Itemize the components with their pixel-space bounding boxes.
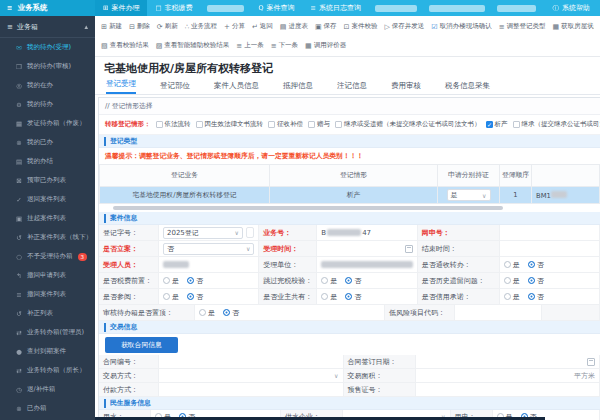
presale-no-value[interactable] [416, 383, 600, 397]
back-button[interactable]: ↵返回 [252, 22, 273, 31]
radio-yes[interactable]: 是 [321, 292, 337, 302]
collapse-icon[interactable]: ▴ [84, 23, 88, 31]
refresh-button[interactable]: ⟳刷新 [157, 22, 178, 31]
reg-no-select[interactable]: 2025登记∨ [163, 227, 243, 239]
sidebar-item-withdraw-cases-list[interactable]: ≡撤回案件列表 [0, 285, 95, 304]
sidebar-item-my-closed[interactable]: ▤我的办结 [0, 152, 95, 171]
sidebar-item-my-inprogress[interactable]: ◎我的在办 [0, 76, 95, 95]
split-button[interactable]: +分算 [224, 22, 245, 31]
sidebar-item-my-todo-review[interactable]: ❐我的待办(审核) [0, 57, 95, 76]
filed-select[interactable]: 否∨ [163, 243, 254, 255]
biz-no-label: 业务号： [259, 225, 317, 241]
radio-no[interactable]: 否 [528, 260, 544, 270]
redacted-nav-item[interactable] [375, 5, 417, 12]
checkbox-court-document[interactable]: 因生效法律文书流转 [196, 120, 264, 129]
sidebar-item-seizure-expiry-cases[interactable]: ●查封到期案件 [0, 342, 95, 361]
checkbox-legal-transfer[interactable]: 依法流转 [156, 120, 191, 129]
sidebar-item-my-todo[interactable]: ⊖我的待办 [0, 95, 95, 114]
tab-mortgage-info[interactable]: 抵押信息 [283, 81, 313, 94]
radio-yes[interactable]: 是 [504, 260, 520, 270]
tab-note-info[interactable]: 注记信息 [337, 81, 367, 94]
evaluator-button[interactable]: ▦调用评价器 [305, 41, 346, 50]
sidebar-item-correction-list[interactable]: ↺补正列表 [0, 304, 95, 323]
fetch-contract-button[interactable]: 获取合同信息 [105, 337, 178, 353]
sidebar-item-preaudit-done-list[interactable]: ⊠预审已办列表 [0, 171, 95, 190]
reg-no-input[interactable] [246, 227, 254, 238]
radio-yes[interactable]: 是 [163, 276, 179, 286]
radio-label: 是 [330, 276, 337, 286]
topnav-system-help[interactable]: ⓘ 系统帮助 [543, 0, 600, 16]
contract-no-value[interactable] [159, 355, 344, 369]
topnav-case-query[interactable]: Q 案件查询 [250, 0, 302, 16]
view-check-result-button[interactable]: ▧查看校验结果 [101, 41, 149, 50]
sidebar-item-transfer-box-admin[interactable]: ⇄业务转办箱(管理员) [0, 323, 95, 342]
delete-button[interactable]: ⊟删除 [129, 22, 150, 31]
checkbox-expropriation[interactable]: 征收补偿 [268, 120, 303, 129]
adjust-reg-type-button[interactable]: ≡调整登记类型 [499, 22, 546, 31]
table-row[interactable]: 宅基地使用权/房屋所有权转移登记 析产 是∨ 1 BM1 [100, 187, 600, 204]
radio-yes[interactable]: 是 [504, 276, 520, 286]
checkbox-inherit-with-notary[interactable]: 继承（提交继承公证书或司法文书） [513, 120, 600, 129]
sidebar-item-returned-cases-list[interactable]: ✓退回案件列表 [0, 190, 95, 209]
radio-no[interactable]: 否 [528, 292, 544, 302]
topnav-case-handling[interactable]: ⊞ 案件办理 [95, 0, 147, 16]
checkbox-property-division[interactable]: 析产 [486, 120, 508, 129]
radio-no[interactable]: 否 [187, 276, 203, 286]
next-record-button[interactable]: ≡下一条 [271, 41, 298, 50]
sidebar-item-cert-issue-box[interactable]: ▦发证待办箱（作废） [0, 114, 95, 133]
case-check-button[interactable]: ⊡案件校验 [344, 22, 378, 31]
payment-mode-value[interactable] [159, 383, 344, 397]
radio-no[interactable]: 否 [223, 308, 239, 318]
sidebar-item-done-box[interactable]: ⊚已办箱 [0, 399, 95, 418]
sidebar-item-return-supplement-box[interactable]: ◷退/补件箱 [0, 380, 95, 399]
sidebar-item-withdraw-apply-list[interactable]: ↰撤回申请列表 [0, 266, 95, 285]
sidebar-item-my-todo-accept[interactable]: ✉我的待办(受理) [0, 38, 95, 57]
radio-no[interactable]: 否 [187, 292, 203, 302]
topnav-system-log-query[interactable]: ≡ 系统日志查询 [303, 0, 369, 16]
cancel-site-confirm-button[interactable]: ☑取消办楼现场确认 [431, 22, 491, 31]
tab-fee-review[interactable]: 费用审核 [391, 81, 421, 94]
radio-no[interactable]: 否 [528, 276, 544, 286]
trade-area-value[interactable]: 平方米 [416, 369, 600, 383]
radio-no[interactable]: 否 [345, 292, 361, 302]
separate-cert-select[interactable]: 是∨ [447, 189, 491, 201]
save-and-send-button[interactable]: ▷保存并发送 [384, 22, 424, 31]
accept-time-value[interactable] [317, 241, 417, 257]
sidebar-item-correction-cases-offline[interactable]: ↺补正案件列表（线下） [0, 228, 95, 247]
topnav-nontax-payment[interactable]: □ 非税缴费 [147, 0, 200, 16]
sidebar-item-my-done[interactable]: ⊚我的已办 [0, 133, 95, 152]
redacted-nav-item[interactable] [497, 5, 537, 12]
tab-case-persons[interactable]: 案件人员信息 [214, 81, 259, 94]
tab-reg-part[interactable]: 登记部位 [160, 81, 190, 94]
get-house-status-button[interactable]: ▦获取房屋状态 [553, 22, 594, 31]
horizontal-scrollbar[interactable] [113, 206, 503, 210]
view-ai-check-result-button[interactable]: ▨查看智能辅助校验结果 [156, 41, 230, 50]
sidebar-item-suspended-cases-list[interactable]: ▣挂起案件列表 [0, 209, 95, 228]
payment-mode-label: 付款方式： [99, 383, 159, 397]
sign-date-value[interactable] [416, 355, 600, 369]
radio-no[interactable]: 否 [345, 276, 361, 286]
radio-yes[interactable]: 是 [163, 292, 179, 302]
save-button[interactable]: ▣保存 [315, 22, 337, 31]
sidebar-item-transfer-box-director[interactable]: ⇄业务转办箱（所长） [0, 361, 95, 380]
trade-mode-value[interactable]: ∨ [159, 369, 344, 383]
sidebar-group-business-box[interactable]: ≡ 业务箱 ▴ [0, 16, 95, 38]
redacted-nav-item[interactable] [429, 5, 485, 12]
prev-record-button[interactable]: ≡上一条 [236, 41, 263, 50]
checkbox-gift[interactable]: 赠与 [308, 120, 330, 129]
web-no-value[interactable] [500, 225, 600, 241]
end-time-value[interactable] [500, 241, 600, 257]
sidebar-item-rejection-todo-box[interactable]: ○不予受理待办箱3 [0, 247, 95, 266]
progress-button[interactable]: ▤进度表 [280, 22, 308, 31]
checkbox-inherit-no-notary[interactable]: 继承或受遗赠（未提交继承公证书或司法文书） [335, 120, 481, 129]
workflow-button[interactable]: ∴业务流程 [185, 22, 217, 31]
redacted-nav-item[interactable] [207, 5, 245, 12]
hamburger-icon[interactable]: ≡ [7, 4, 12, 12]
radio-yes[interactable]: 是 [504, 292, 520, 302]
tab-tax-info[interactable]: 税务信息采集 [445, 81, 490, 94]
risk-code-value[interactable] [455, 305, 542, 321]
radio-yes[interactable]: 是 [199, 308, 215, 318]
new-button[interactable]: ⊞新建 [101, 22, 122, 31]
radio-yes[interactable]: 是 [321, 276, 337, 286]
tab-reg-acceptance[interactable]: 登记受理 [106, 79, 136, 94]
